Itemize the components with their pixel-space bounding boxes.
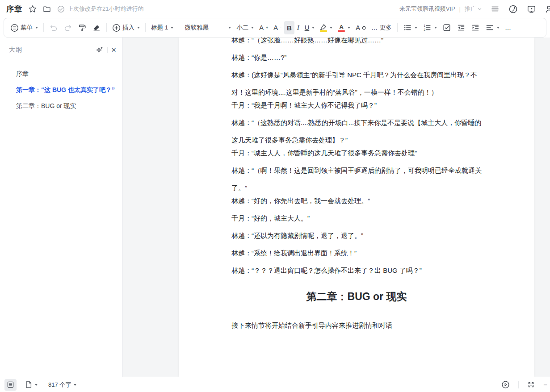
hamburger-icon bbox=[491, 4, 500, 13]
header-divider bbox=[107, 47, 108, 53]
format-painter-button[interactable] bbox=[75, 21, 89, 34]
caret-down-icon bbox=[228, 27, 231, 29]
insert-button[interactable]: 插入 bbox=[109, 21, 143, 34]
move-to-folder-button[interactable] bbox=[43, 5, 51, 13]
close-icon: × bbox=[111, 46, 116, 54]
dialogue-paragraph[interactable]: 千月：“我是千月啊！城主大人你不记得我了吗？” bbox=[231, 96, 482, 114]
document-page[interactable]: 林越：“（这张脸……好眼熟……好像在哪见过……” 林越：“你是……?” 林越：(… bbox=[179, 38, 534, 377]
main-menu-button[interactable] bbox=[491, 4, 500, 13]
numbered-list-icon: 12 bbox=[423, 23, 432, 32]
caret-down-icon bbox=[251, 27, 254, 29]
character-effects-button[interactable]: A bbox=[353, 21, 369, 34]
ending-paragraph[interactable]: 接下来情节将开始结合新手引导内容来推进剧情和对话 bbox=[231, 317, 482, 334]
font-color-button[interactable]: A bbox=[335, 21, 353, 34]
save-status: 上次修改是在21小时前进行的 bbox=[57, 5, 143, 13]
fullscreen-button[interactable] bbox=[525, 379, 537, 391]
word-count-text: 817 个字 bbox=[48, 381, 71, 389]
outline-item-chapter1[interactable]: 第一章：“这 BUG 也太真实了吧？” bbox=[0, 82, 122, 98]
italic-letter: I bbox=[297, 24, 299, 32]
add-user-icon bbox=[545, 4, 550, 14]
favorite-star-button[interactable] bbox=[29, 5, 37, 13]
dialogue-paragraph[interactable]: 林越：“系统！给我调出退出界面！系统！” bbox=[231, 244, 482, 262]
title-bar: 序章 上次修改是在21小时前进行的 来元宝领腾讯视频VIP bbox=[0, 0, 550, 18]
page-mode-select[interactable] bbox=[23, 379, 40, 391]
presentation-icon bbox=[527, 4, 536, 14]
font-size-select[interactable]: 小二 bbox=[234, 21, 256, 34]
caret-down-icon bbox=[415, 27, 417, 29]
check-circle-icon bbox=[57, 5, 65, 13]
outline-list: 序章 第一章：“这 BUG 也太真实了吧？” 第二章：BUG or 现实 bbox=[0, 66, 122, 114]
caret-down-icon bbox=[171, 27, 173, 29]
toolbar-divider bbox=[145, 23, 146, 32]
dialogue-paragraph[interactable]: 林越：“还以为有隐藏剧情呢，退了，退了。” bbox=[231, 227, 482, 244]
font-increase-button[interactable]: A+ bbox=[256, 21, 271, 34]
bold-letter: B bbox=[287, 24, 292, 32]
document-body: 林越：“（这张脸……好眼熟……好像在哪见过……” 林越：“你是……?” 林越：(… bbox=[179, 38, 534, 334]
bold-button[interactable]: B bbox=[284, 21, 294, 34]
undo-icon bbox=[49, 23, 58, 32]
toolbar-divider bbox=[106, 23, 107, 32]
add-collaborator-button[interactable] bbox=[545, 4, 550, 14]
caret-down-icon bbox=[348, 27, 350, 29]
dialogue-paragraph[interactable]: 林越：“你是……?” bbox=[231, 49, 482, 66]
caret-down-icon bbox=[137, 27, 140, 29]
font-decrease-button[interactable]: A- bbox=[271, 21, 284, 34]
last-modified-text: 上次修改是在21小时前进行的 bbox=[67, 5, 143, 13]
paragraph-style-select[interactable]: 标题 1 bbox=[148, 21, 176, 34]
insert-label: 插入 bbox=[122, 24, 134, 32]
numbered-list-button[interactable]: 12 bbox=[420, 21, 440, 34]
font-size-value: 小二 bbox=[236, 24, 248, 32]
dialogue-paragraph[interactable]: 千月：“好的，城主大人。” bbox=[231, 209, 482, 227]
highlight-color-swatch bbox=[320, 30, 327, 32]
indent-icon bbox=[471, 23, 480, 32]
outline-panel-icon bbox=[7, 381, 14, 388]
dialogue-paragraph[interactable]: 林越：“？？？退出窗口呢？怎么操作不出来了？出 BUG 了吗？” bbox=[231, 262, 482, 279]
outline-item-preface[interactable]: 序章 bbox=[0, 66, 122, 82]
svg-text:2: 2 bbox=[424, 28, 425, 31]
promo-banner[interactable]: 来元宝领腾讯视频VIP | 推广 bbox=[399, 5, 482, 13]
promo-text: 来元宝领腾讯视频VIP bbox=[399, 5, 455, 13]
dialogue-paragraph[interactable]: 林越：“（这张脸……好眼熟……好像在哪见过……” bbox=[231, 38, 482, 49]
underline-button[interactable]: U bbox=[302, 21, 317, 34]
undo-button[interactable] bbox=[46, 21, 61, 34]
redo-button[interactable] bbox=[61, 21, 75, 34]
more-formatting-button[interactable]: … 更多 bbox=[369, 21, 395, 34]
document-canvas: 林越：“（这张脸……好眼熟……好像在哪见过……” 林越：“你是……?” 林越：(… bbox=[123, 38, 550, 377]
ai-outline-button[interactable] bbox=[95, 46, 104, 54]
caret-down-icon bbox=[312, 27, 315, 29]
dialogue-paragraph[interactable]: 林越：“（啊！果然！这是回到领主被国王驱逐后的剧情了，可我明明已经全成就通关了。… bbox=[231, 162, 482, 196]
dialogue-paragraph[interactable]: 林越：“（这熟悉的对话....熟悉的开场白...接下来你是不是要说【城主大人，你… bbox=[231, 114, 482, 149]
bullet-list-button[interactable] bbox=[400, 21, 420, 34]
formatting-toolbar: 菜单 插入 bbox=[4, 18, 546, 38]
menu-button[interactable]: 菜单 bbox=[8, 21, 41, 34]
dialogue-paragraph[interactable]: 林越：(这好像是“风暴领主”的新手引导 NPC 千月吧？为什么会在我房间里出现？… bbox=[231, 66, 482, 101]
present-mode-button[interactable] bbox=[527, 4, 536, 14]
outdent-button[interactable] bbox=[454, 21, 468, 34]
dialogue-paragraph[interactable]: 林越：“好的，你先出去吧，我一会就去处理。” bbox=[231, 192, 482, 209]
zoom-out-icon[interactable]: − bbox=[543, 381, 547, 388]
font-family-select[interactable]: 微软雅黑 bbox=[182, 21, 234, 34]
toolbar-divider bbox=[43, 23, 44, 32]
word-count-button[interactable]: 817 个字 bbox=[46, 379, 79, 391]
italic-button[interactable]: I bbox=[294, 21, 302, 34]
ellipsis-icon: … bbox=[505, 24, 512, 31]
indent-button[interactable] bbox=[468, 21, 483, 34]
font-family-value: 微软雅黑 bbox=[185, 24, 209, 32]
outline-toggle-button[interactable] bbox=[4, 379, 17, 391]
toolbar-overflow-button[interactable]: … bbox=[502, 21, 514, 34]
highlight-color-button[interactable] bbox=[317, 21, 335, 34]
eraser-button[interactable] bbox=[89, 21, 104, 34]
paragraph-style-value: 标题 1 bbox=[151, 24, 168, 32]
chevron-down-icon bbox=[478, 8, 482, 11]
chapter2-heading[interactable]: 第二章：BUG or 现实 bbox=[231, 285, 482, 308]
redo-icon bbox=[63, 23, 72, 32]
close-outline-button[interactable]: × bbox=[111, 46, 116, 54]
promo-label: 推广 bbox=[465, 5, 476, 13]
dialogue-paragraph[interactable]: 千月：“城主大人，你昏睡的这几天堆了很多事务急需你去处理” bbox=[231, 144, 482, 162]
font-increase-letter: A bbox=[259, 24, 264, 31]
theme-button[interactable] bbox=[508, 4, 518, 14]
presentation-play-button[interactable] bbox=[499, 379, 512, 391]
outline-item-chapter2[interactable]: 第二章：BUG or 现实 bbox=[0, 98, 122, 114]
alignment-button[interactable] bbox=[483, 21, 502, 34]
checklist-button[interactable] bbox=[440, 21, 454, 34]
